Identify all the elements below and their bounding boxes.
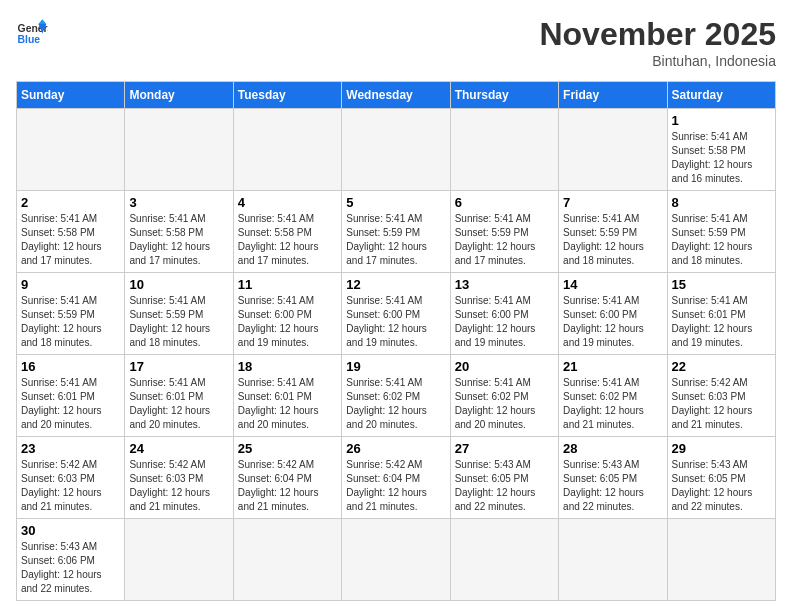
calendar-week-row: 16Sunrise: 5:41 AM Sunset: 6:01 PM Dayli… <box>17 355 776 437</box>
calendar-cell <box>17 109 125 191</box>
weekday-header-saturday: Saturday <box>667 82 775 109</box>
day-number: 11 <box>238 277 337 292</box>
calendar-week-row: 1Sunrise: 5:41 AM Sunset: 5:58 PM Daylig… <box>17 109 776 191</box>
day-number: 22 <box>672 359 771 374</box>
calendar-cell: 1Sunrise: 5:41 AM Sunset: 5:58 PM Daylig… <box>667 109 775 191</box>
day-info: Sunrise: 5:41 AM Sunset: 5:59 PM Dayligh… <box>346 212 445 268</box>
calendar-cell <box>559 519 667 601</box>
calendar-cell: 2Sunrise: 5:41 AM Sunset: 5:58 PM Daylig… <box>17 191 125 273</box>
calendar-cell <box>342 109 450 191</box>
day-info: Sunrise: 5:42 AM Sunset: 6:03 PM Dayligh… <box>21 458 120 514</box>
day-info: Sunrise: 5:42 AM Sunset: 6:03 PM Dayligh… <box>129 458 228 514</box>
svg-text:Blue: Blue <box>18 34 41 45</box>
calendar-cell: 5Sunrise: 5:41 AM Sunset: 5:59 PM Daylig… <box>342 191 450 273</box>
day-info: Sunrise: 5:41 AM Sunset: 6:02 PM Dayligh… <box>455 376 554 432</box>
calendar-cell <box>125 519 233 601</box>
day-info: Sunrise: 5:41 AM Sunset: 6:00 PM Dayligh… <box>346 294 445 350</box>
calendar-cell: 14Sunrise: 5:41 AM Sunset: 6:00 PM Dayli… <box>559 273 667 355</box>
calendar-cell: 7Sunrise: 5:41 AM Sunset: 5:59 PM Daylig… <box>559 191 667 273</box>
calendar-cell: 3Sunrise: 5:41 AM Sunset: 5:58 PM Daylig… <box>125 191 233 273</box>
weekday-header-tuesday: Tuesday <box>233 82 341 109</box>
day-info: Sunrise: 5:42 AM Sunset: 6:04 PM Dayligh… <box>238 458 337 514</box>
day-number: 29 <box>672 441 771 456</box>
day-info: Sunrise: 5:41 AM Sunset: 6:01 PM Dayligh… <box>129 376 228 432</box>
calendar-cell: 18Sunrise: 5:41 AM Sunset: 6:01 PM Dayli… <box>233 355 341 437</box>
day-info: Sunrise: 5:43 AM Sunset: 6:05 PM Dayligh… <box>563 458 662 514</box>
calendar-cell: 20Sunrise: 5:41 AM Sunset: 6:02 PM Dayli… <box>450 355 558 437</box>
logo-icon: General Blue <box>16 16 48 48</box>
day-info: Sunrise: 5:41 AM Sunset: 5:58 PM Dayligh… <box>672 130 771 186</box>
calendar-table: SundayMondayTuesdayWednesdayThursdayFrid… <box>16 81 776 601</box>
day-number: 23 <box>21 441 120 456</box>
day-info: Sunrise: 5:41 AM Sunset: 5:59 PM Dayligh… <box>672 212 771 268</box>
calendar-cell: 8Sunrise: 5:41 AM Sunset: 5:59 PM Daylig… <box>667 191 775 273</box>
day-number: 26 <box>346 441 445 456</box>
calendar-cell <box>125 109 233 191</box>
logo: General Blue <box>16 16 48 48</box>
weekday-header-wednesday: Wednesday <box>342 82 450 109</box>
calendar-cell: 15Sunrise: 5:41 AM Sunset: 6:01 PM Dayli… <box>667 273 775 355</box>
day-number: 8 <box>672 195 771 210</box>
calendar-cell <box>342 519 450 601</box>
day-number: 21 <box>563 359 662 374</box>
day-info: Sunrise: 5:41 AM Sunset: 6:02 PM Dayligh… <box>563 376 662 432</box>
day-number: 10 <box>129 277 228 292</box>
weekday-header-thursday: Thursday <box>450 82 558 109</box>
day-info: Sunrise: 5:41 AM Sunset: 5:59 PM Dayligh… <box>455 212 554 268</box>
day-number: 17 <box>129 359 228 374</box>
day-info: Sunrise: 5:43 AM Sunset: 6:05 PM Dayligh… <box>672 458 771 514</box>
calendar-cell: 11Sunrise: 5:41 AM Sunset: 6:00 PM Dayli… <box>233 273 341 355</box>
calendar-cell: 26Sunrise: 5:42 AM Sunset: 6:04 PM Dayli… <box>342 437 450 519</box>
calendar-cell <box>450 519 558 601</box>
calendar-cell: 30Sunrise: 5:43 AM Sunset: 6:06 PM Dayli… <box>17 519 125 601</box>
day-number: 2 <box>21 195 120 210</box>
day-info: Sunrise: 5:41 AM Sunset: 6:01 PM Dayligh… <box>238 376 337 432</box>
day-number: 3 <box>129 195 228 210</box>
day-info: Sunrise: 5:43 AM Sunset: 6:06 PM Dayligh… <box>21 540 120 596</box>
day-info: Sunrise: 5:41 AM Sunset: 6:00 PM Dayligh… <box>563 294 662 350</box>
weekday-header-sunday: Sunday <box>17 82 125 109</box>
calendar-cell: 29Sunrise: 5:43 AM Sunset: 6:05 PM Dayli… <box>667 437 775 519</box>
calendar-cell <box>233 519 341 601</box>
calendar-cell: 17Sunrise: 5:41 AM Sunset: 6:01 PM Dayli… <box>125 355 233 437</box>
day-number: 18 <box>238 359 337 374</box>
calendar-cell: 4Sunrise: 5:41 AM Sunset: 5:58 PM Daylig… <box>233 191 341 273</box>
day-number: 16 <box>21 359 120 374</box>
day-number: 9 <box>21 277 120 292</box>
weekday-header-monday: Monday <box>125 82 233 109</box>
calendar-week-row: 23Sunrise: 5:42 AM Sunset: 6:03 PM Dayli… <box>17 437 776 519</box>
day-number: 25 <box>238 441 337 456</box>
day-number: 15 <box>672 277 771 292</box>
day-info: Sunrise: 5:41 AM Sunset: 5:58 PM Dayligh… <box>129 212 228 268</box>
calendar-cell <box>450 109 558 191</box>
day-info: Sunrise: 5:41 AM Sunset: 6:00 PM Dayligh… <box>238 294 337 350</box>
day-number: 1 <box>672 113 771 128</box>
day-info: Sunrise: 5:41 AM Sunset: 6:02 PM Dayligh… <box>346 376 445 432</box>
title-block: November 2025 Bintuhan, Indonesia <box>539 16 776 69</box>
page-header: General Blue November 2025 Bintuhan, Ind… <box>16 16 776 69</box>
day-info: Sunrise: 5:41 AM Sunset: 5:59 PM Dayligh… <box>21 294 120 350</box>
calendar-week-row: 2Sunrise: 5:41 AM Sunset: 5:58 PM Daylig… <box>17 191 776 273</box>
calendar-cell <box>559 109 667 191</box>
calendar-cell: 27Sunrise: 5:43 AM Sunset: 6:05 PM Dayli… <box>450 437 558 519</box>
calendar-cell: 21Sunrise: 5:41 AM Sunset: 6:02 PM Dayli… <box>559 355 667 437</box>
calendar-cell: 19Sunrise: 5:41 AM Sunset: 6:02 PM Dayli… <box>342 355 450 437</box>
day-number: 28 <box>563 441 662 456</box>
calendar-cell <box>233 109 341 191</box>
calendar-cell: 23Sunrise: 5:42 AM Sunset: 6:03 PM Dayli… <box>17 437 125 519</box>
calendar-cell: 24Sunrise: 5:42 AM Sunset: 6:03 PM Dayli… <box>125 437 233 519</box>
calendar-cell: 9Sunrise: 5:41 AM Sunset: 5:59 PM Daylig… <box>17 273 125 355</box>
calendar-cell: 16Sunrise: 5:41 AM Sunset: 6:01 PM Dayli… <box>17 355 125 437</box>
day-info: Sunrise: 5:42 AM Sunset: 6:03 PM Dayligh… <box>672 376 771 432</box>
day-number: 6 <box>455 195 554 210</box>
month-title: November 2025 <box>539 16 776 53</box>
calendar-week-row: 30Sunrise: 5:43 AM Sunset: 6:06 PM Dayli… <box>17 519 776 601</box>
day-info: Sunrise: 5:41 AM Sunset: 6:00 PM Dayligh… <box>455 294 554 350</box>
calendar-cell: 12Sunrise: 5:41 AM Sunset: 6:00 PM Dayli… <box>342 273 450 355</box>
calendar-cell: 6Sunrise: 5:41 AM Sunset: 5:59 PM Daylig… <box>450 191 558 273</box>
day-info: Sunrise: 5:41 AM Sunset: 6:01 PM Dayligh… <box>672 294 771 350</box>
day-number: 5 <box>346 195 445 210</box>
day-number: 24 <box>129 441 228 456</box>
day-info: Sunrise: 5:41 AM Sunset: 6:01 PM Dayligh… <box>21 376 120 432</box>
calendar-cell <box>667 519 775 601</box>
